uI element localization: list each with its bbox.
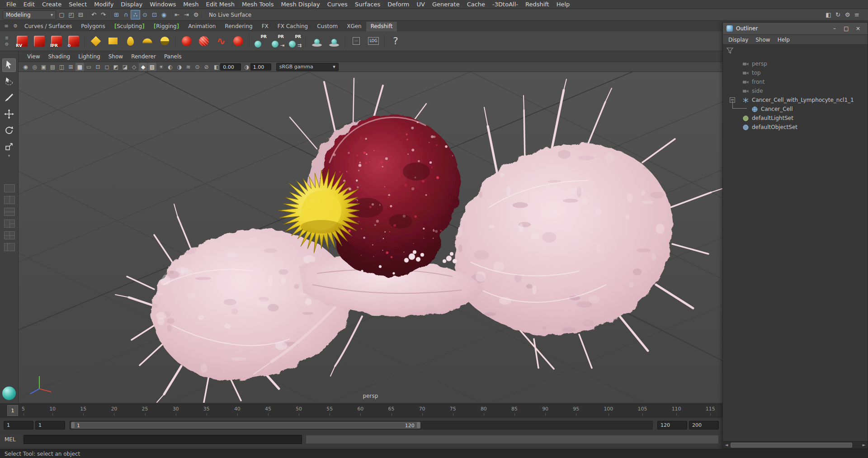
filter-icon[interactable] (726, 48, 733, 54)
animation-end-field[interactable]: 200 (689, 421, 719, 429)
shelf-item[interactable] (174, 33, 178, 49)
shelf-gear-icon[interactable]: ⚙ (12, 23, 19, 30)
menu-item[interactable]: Modify (90, 0, 117, 9)
paint-select-tool[interactable] (2, 91, 16, 105)
menu-item[interactable]: Curves (324, 0, 351, 9)
redshift-volume-material[interactable] (230, 33, 246, 49)
redshift-area-light[interactable] (105, 33, 121, 49)
lock-camera-icon[interactable]: ◎ (30, 63, 39, 71)
shelf-tab[interactable]: XGen (342, 22, 366, 31)
mel-command-input[interactable] (24, 435, 302, 444)
redshift-material[interactable] (179, 33, 195, 49)
outliner-row[interactable]: side (723, 86, 868, 95)
redshift-proxy[interactable]: PR PR (252, 33, 269, 49)
redshift-ipr[interactable]: IPR IPR (48, 33, 65, 49)
current-frame-indicator[interactable]: 1 (7, 405, 18, 416)
shelf-item[interactable] (343, 33, 347, 49)
two-d-pan-zoom-icon[interactable]: ⊞ (66, 63, 75, 71)
shelf-tab[interactable]: Custom (312, 22, 342, 31)
status-icon[interactable] (108, 10, 112, 19)
shelf-tab[interactable]: Animation (184, 22, 220, 31)
gate-mask-icon[interactable]: ◻ (103, 63, 111, 71)
shelf-tab[interactable]: Polygons (76, 22, 109, 31)
range-slider-track[interactable]: 1 120 (70, 421, 653, 429)
scroll-right-arrow-icon[interactable]: ► (860, 442, 868, 448)
menu-item[interactable]: Mesh Display (277, 0, 323, 9)
outliner-row[interactable]: Cancer_Cell (723, 105, 868, 114)
x-ray-icon[interactable]: ⊘ (202, 63, 211, 71)
screen-space-ao-icon[interactable]: ◑ (175, 63, 184, 71)
redshift-post-effects[interactable]: ⋯ ⋯ (348, 33, 364, 49)
redshift-render-settings[interactable]: ⚙ ⚙ (66, 33, 82, 49)
menu-item[interactable]: Redshift (522, 0, 553, 9)
playback-start-field[interactable]: 1 (35, 421, 65, 429)
shelf-tab[interactable]: Curves / Surfaces (20, 22, 76, 31)
menu-item[interactable]: Deform (384, 0, 413, 9)
gamma-field[interactable]: 1.00 (250, 63, 271, 71)
outliner-menu-item[interactable]: Show (752, 37, 774, 43)
render-view-icon[interactable]: ◧ (824, 10, 833, 19)
make-live-icon[interactable]: ◉ (159, 10, 169, 19)
menu-item[interactable]: Create (38, 0, 65, 9)
range-slider-bar[interactable]: 1 120 (71, 422, 420, 429)
open-scene-icon[interactable]: ◰ (66, 10, 76, 19)
exposure-icon[interactable]: ◧ (214, 64, 219, 70)
shelf-item[interactable] (304, 33, 308, 49)
redshift-env-sphere[interactable] (326, 33, 342, 49)
redshift-dome-sphere[interactable] (309, 33, 325, 49)
shelf-tab[interactable]: FX (257, 22, 273, 31)
outliner-row[interactable]: defaultLightSet (723, 114, 868, 123)
menu-item[interactable]: Edit (20, 0, 38, 9)
redshift-sss-material[interactable] (196, 33, 212, 49)
shelf-tab[interactable]: Rendering (220, 22, 257, 31)
snap-curve-icon[interactable]: ∩ (121, 10, 131, 19)
move-tool[interactable] (2, 107, 16, 121)
redo-icon[interactable]: ↷ (99, 10, 108, 19)
menu-item[interactable]: UV (413, 0, 429, 9)
save-scene-icon[interactable]: ⊟ (76, 10, 85, 19)
redshift-help[interactable]: ? ? (387, 33, 404, 49)
redshift-physical-sun[interactable] (156, 33, 173, 49)
menu-item[interactable]: -3DtoAll- (489, 0, 522, 9)
redshift-log[interactable]: LOG LOG (365, 33, 382, 49)
menu-item[interactable]: Surfaces (351, 0, 384, 9)
layout-three-split[interactable] (4, 219, 15, 228)
panel-menu-item[interactable]: Show (104, 53, 127, 60)
teal-sphere-icon[interactable] (2, 386, 16, 400)
layout-two-horizontal[interactable] (4, 208, 15, 216)
outliner-row[interactable]: front (723, 77, 868, 86)
menu-item[interactable]: Mesh (179, 0, 202, 9)
bookmarks-icon[interactable]: ▤ (48, 63, 57, 71)
image-plane-icon[interactable]: ◫ (57, 63, 66, 71)
time-slider[interactable]: 1 51015202530354045505560657075808590951… (0, 404, 722, 417)
redshift-ies-light[interactable] (122, 33, 138, 49)
anti-aliasing-icon[interactable]: ≋ (184, 63, 193, 71)
output-connections-icon[interactable]: ⇥ (182, 10, 191, 19)
range-handle-right[interactable] (417, 422, 420, 428)
shaded-icon[interactable]: ◆ (139, 63, 147, 71)
snap-view-plane-icon[interactable]: ⊡ (150, 10, 159, 19)
outliner-row[interactable]: persp (723, 59, 868, 68)
lasso-tool[interactable] (2, 75, 16, 88)
scale-tool[interactable] (2, 140, 16, 153)
redshift-render-view[interactable]: RV RV (14, 33, 30, 49)
exposure-field[interactable]: 0.00 (220, 63, 241, 71)
wireframe-icon[interactable]: ◇ (130, 63, 138, 71)
outliner-title-bar[interactable]: Outliner – □ × (723, 23, 868, 35)
menu-item[interactable]: Select (65, 0, 90, 9)
select-camera-icon[interactable]: ◉ (21, 63, 30, 71)
menu-item[interactable]: Display (117, 0, 146, 9)
select-tool[interactable] (2, 58, 16, 72)
shelf-tab[interactable]: [Sculpting] (110, 22, 149, 31)
safe-action-icon[interactable]: ◩ (112, 63, 120, 71)
snap-projected-center-icon[interactable]: ⊙ (140, 10, 150, 19)
shelf-item[interactable] (382, 33, 387, 49)
status-icon[interactable] (201, 10, 204, 19)
panel-menu-item[interactable]: View (23, 53, 44, 60)
maximize-button[interactable]: □ (840, 23, 852, 35)
display-layers-icon[interactable]: ≡ (852, 10, 862, 19)
minimize-button[interactable]: – (829, 23, 840, 35)
status-icon[interactable] (85, 10, 89, 19)
menu-item[interactable]: Generate (429, 0, 463, 9)
outliner-menu-item[interactable]: Display (725, 37, 752, 43)
